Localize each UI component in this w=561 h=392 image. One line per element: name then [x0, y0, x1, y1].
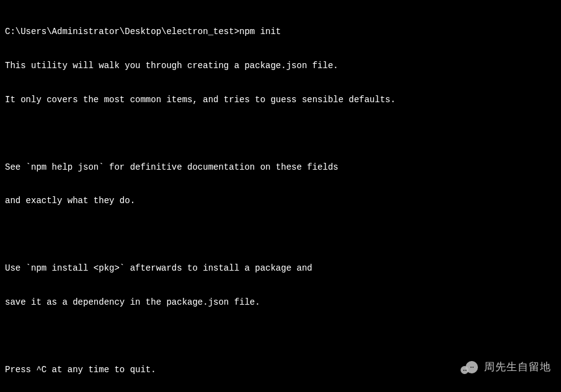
intro-line: [5, 128, 556, 139]
terminal-output[interactable]: C:\Users\Administrator\Desktop\electron_…: [5, 4, 556, 392]
intro-line: Use `npm install <pkg>` afterwards to in…: [5, 263, 556, 274]
intro-line: save it as a dependency in the package.j…: [5, 297, 556, 308]
wechat-icon: •• ••: [461, 360, 479, 375]
prompt-line: C:\Users\Administrator\Desktop\electron_…: [5, 26, 556, 37]
watermark: •• •• 周先生自留地: [461, 360, 551, 375]
intro-line: and exactly what they do.: [5, 195, 556, 206]
intro-line: It only covers the most common items, an…: [5, 94, 556, 105]
intro-line: [5, 229, 556, 240]
prompt-path: C:\Users\Administrator\Desktop\electron_…: [5, 27, 239, 37]
watermark-text: 周先生自留地: [484, 360, 551, 374]
intro-line: See `npm help json` for definitive docum…: [5, 162, 556, 173]
intro-line: [5, 330, 556, 341]
prompt-command: npm init: [239, 27, 281, 37]
intro-line: This utility will walk you through creat…: [5, 60, 556, 71]
